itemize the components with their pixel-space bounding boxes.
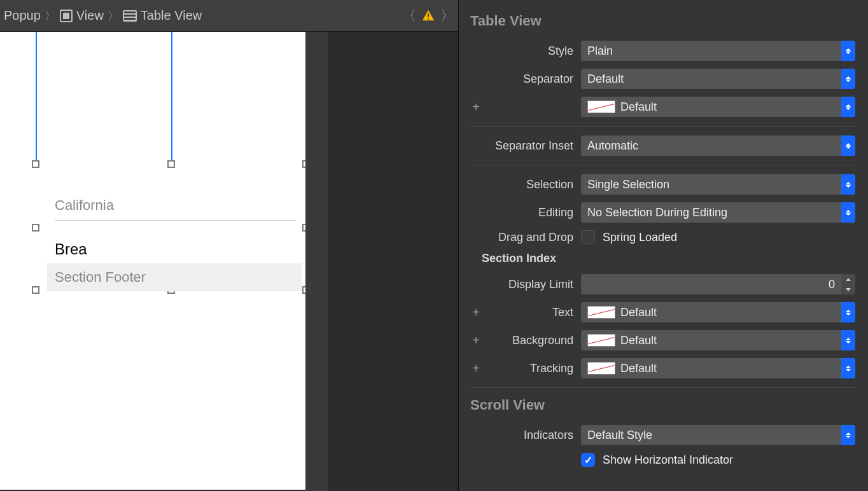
dropdown-value: Default <box>620 362 657 375</box>
dropdown-value: No Selection During Editing <box>587 206 727 219</box>
breadcrumb: Popup 〉 View 〉 Table View <box>4 8 202 24</box>
svg-rect-0 <box>428 13 429 17</box>
style-dropdown[interactable]: Plain <box>581 41 855 61</box>
dropdown-value: Default <box>620 334 657 347</box>
section-index-title: Section Index <box>482 252 855 265</box>
constraint-guide <box>36 32 37 165</box>
selection-handle[interactable] <box>32 160 39 168</box>
indicators-label: Indicators <box>489 429 573 442</box>
indicators-dropdown[interactable]: Default Style <box>581 425 855 445</box>
footer-label: Section Footer <box>55 269 146 286</box>
breadcrumb-toolbar: Popup 〉 View 〉 Table View 〈 〉 <box>0 0 458 32</box>
chevron-right-icon: 〉 <box>42 8 59 24</box>
spring-loaded-label: Spring Loaded <box>603 231 677 244</box>
inspector-panel: Table View Style Plain Separator Default… <box>458 0 868 491</box>
dropdown-stepper-icon <box>841 69 855 89</box>
editor-pane: Popup 〉 View 〉 Table View 〈 〉 <box>0 0 458 491</box>
dropdown-stepper-icon <box>841 202 855 223</box>
chevron-right-icon: 〉 <box>105 8 122 24</box>
divider <box>470 165 855 165</box>
dropdown-stepper-icon <box>841 425 855 445</box>
dropdown-stepper-icon <box>841 135 855 156</box>
inspector-section-title: Table View <box>470 13 855 29</box>
divider <box>470 126 855 127</box>
dropdown-value: Single Selection <box>587 178 669 191</box>
view-icon <box>60 10 73 22</box>
separator-color-dropdown[interactable]: Default <box>581 97 855 117</box>
table-section-header[interactable]: California <box>55 197 297 214</box>
table-section-footer[interactable]: Section Footer <box>47 263 302 291</box>
add-button[interactable]: + <box>470 305 482 320</box>
device-frame: California Brea Section Footer <box>0 32 305 490</box>
selection-handle[interactable] <box>167 160 175 168</box>
svg-rect-1 <box>428 18 429 19</box>
table-cell-text[interactable]: Brea <box>55 240 87 258</box>
display-limit-input[interactable] <box>581 274 841 294</box>
text-color-label: Text <box>489 306 573 319</box>
background-color-label: Background <box>489 334 573 347</box>
display-limit-label: Display Limit <box>489 278 573 291</box>
tracking-color-label: Tracking <box>489 362 573 375</box>
breadcrumb-label: View <box>76 8 104 23</box>
display-limit-stepper[interactable] <box>841 274 855 294</box>
dropdown-value: Plain <box>587 45 613 58</box>
section-separator <box>55 220 297 221</box>
dropdown-value: Default <box>620 306 657 319</box>
dropdown-stepper-icon <box>841 358 855 378</box>
dropdown-stepper-icon <box>841 97 855 117</box>
nav-back-button[interactable]: 〈 <box>402 6 416 25</box>
color-well[interactable] <box>587 334 615 347</box>
add-button[interactable]: + <box>470 361 482 376</box>
breadcrumb-item-tableview[interactable]: Table View <box>123 8 202 23</box>
selection-label: Selection <box>489 178 573 191</box>
constraint-guide <box>171 32 172 165</box>
dropdown-stepper-icon <box>841 302 855 322</box>
separator-label: Separator <box>489 73 573 86</box>
dropdown-value: Automatic <box>587 139 638 153</box>
selection-handle[interactable] <box>32 286 39 294</box>
dropdown-value: Default <box>587 73 624 86</box>
separator-dropdown[interactable]: Default <box>581 69 855 89</box>
background-color-dropdown[interactable]: Default <box>581 330 855 350</box>
color-well[interactable] <box>587 306 615 319</box>
nav-forward-button[interactable]: 〉 <box>440 6 454 25</box>
dropdown-value: Default <box>620 100 657 114</box>
dropdown-stepper-icon <box>841 174 855 195</box>
style-label: Style <box>489 45 573 58</box>
warning-icon[interactable] <box>421 9 435 23</box>
show-horizontal-label: Show Horizontal Indicator <box>603 453 733 467</box>
nav-group: 〈 〉 <box>402 6 454 25</box>
separator-inset-label: Separator Inset <box>489 139 573 153</box>
dropdown-stepper-icon <box>841 41 855 61</box>
breadcrumb-label: Popup <box>4 8 41 23</box>
selection-dropdown[interactable]: Single Selection <box>581 174 855 195</box>
dropdown-stepper-icon <box>841 330 855 350</box>
tracking-color-dropdown[interactable]: Default <box>581 358 855 378</box>
show-horizontal-checkbox[interactable] <box>581 453 595 467</box>
add-button[interactable]: + <box>470 100 482 114</box>
inspector-section-title: Scroll View <box>470 397 855 413</box>
selection-handle[interactable] <box>32 224 39 232</box>
color-well[interactable] <box>587 362 615 375</box>
add-button[interactable]: + <box>470 333 482 348</box>
editing-dropdown[interactable]: No Selection During Editing <box>581 202 855 223</box>
canvas-divider <box>305 32 328 491</box>
breadcrumb-item-popup[interactable]: Popup <box>4 8 41 23</box>
breadcrumb-item-view[interactable]: View <box>60 8 104 23</box>
dragdrop-label: Drag and Drop <box>489 231 573 244</box>
divider <box>470 387 855 388</box>
canvas[interactable]: California Brea Section Footer <box>0 32 458 491</box>
separator-inset-dropdown[interactable]: Automatic <box>581 135 855 156</box>
dropdown-value: Default Style <box>587 429 652 442</box>
editing-label: Editing <box>489 206 573 219</box>
tableview-icon <box>123 10 137 22</box>
text-color-dropdown[interactable]: Default <box>581 302 855 322</box>
color-well[interactable] <box>587 100 615 113</box>
breadcrumb-label: Table View <box>141 8 202 23</box>
spring-loaded-checkbox[interactable] <box>581 230 595 244</box>
